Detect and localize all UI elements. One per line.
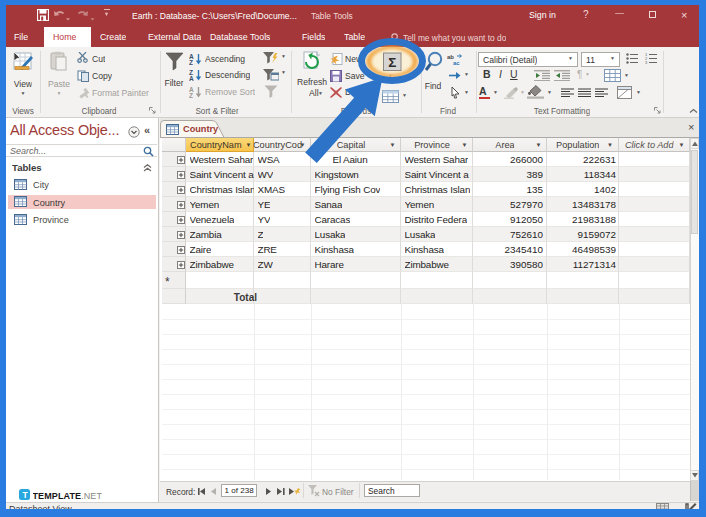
svg-text:Σ: Σ	[388, 55, 396, 70]
